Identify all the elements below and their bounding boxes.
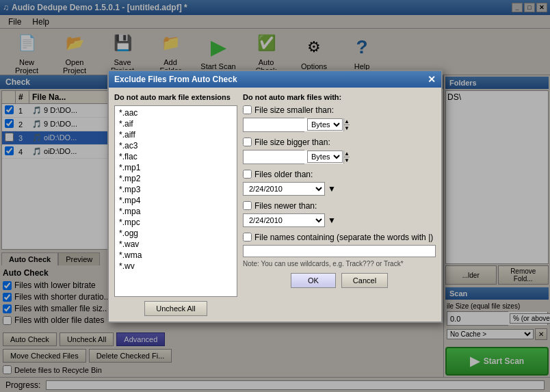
names-containing-section: File names containing (separate the word…: [243, 233, 436, 267]
older-date-dropdown-icon: ▼: [328, 184, 336, 194]
extension-item[interactable]: *.aif: [116, 118, 235, 129]
ok-button[interactable]: OK: [291, 273, 336, 288]
modal-title-bar: Exclude Files From Auto Check ✕: [109, 71, 441, 88]
size-bigger-up[interactable]: ▲: [344, 151, 350, 157]
modal-title-text: Exclude Files From Auto Check: [114, 75, 237, 84]
extension-item[interactable]: *.wma: [116, 250, 235, 261]
extension-item[interactable]: *.ac3: [116, 140, 235, 151]
newer-than-section: Files newer than: 2/24/2010 ▼: [243, 201, 436, 227]
older-date-select[interactable]: 2/24/2010: [243, 182, 325, 196]
names-containing-input[interactable]: [243, 245, 436, 257]
ext-section-title: Do not auto mark file extensions: [114, 93, 237, 101]
size-smaller-down[interactable]: ▼: [344, 125, 350, 131]
newer-date-dropdown-icon: ▼: [328, 215, 336, 225]
modal-right: Do not auto mark files with: File size s…: [243, 93, 436, 316]
newer-than-checkbox[interactable]: [243, 201, 252, 210]
size-bigger-unit[interactable]: BytesKBMB: [307, 151, 343, 163]
extension-item[interactable]: *.mp3: [116, 184, 235, 195]
size-bigger-input: 0 ▲ ▼: [243, 150, 304, 164]
extension-item[interactable]: *.mpa: [116, 206, 235, 217]
size-smaller-unit[interactable]: BytesKBMB: [307, 118, 343, 131]
extension-item[interactable]: *.aiff: [116, 129, 235, 140]
extension-item[interactable]: *.wv: [116, 261, 235, 272]
ext-uncheck-all-button[interactable]: Uncheck All: [144, 301, 207, 316]
size-smaller-checkbox[interactable]: [243, 105, 252, 114]
newer-date-select[interactable]: 2/24/2010: [243, 213, 325, 227]
size-bigger-label: File size bigger than:: [254, 138, 330, 147]
modal-left: Do not auto mark file extensions *.aac*.…: [114, 93, 237, 316]
extension-item[interactable]: *.mpc: [116, 217, 235, 228]
size-bigger-down[interactable]: ▼: [344, 157, 350, 164]
size-smaller-section: File size smaller than: 0 ▲ ▼ BytesKBMB: [243, 105, 436, 132]
extension-list[interactable]: *.aac*.aif*.aiff*.ac3*.flac*.mp1*.mp2*.m…: [114, 105, 237, 297]
extension-item[interactable]: *.mp4: [116, 195, 235, 206]
extension-item[interactable]: *.flac: [116, 151, 235, 162]
extension-item[interactable]: *.ogg: [116, 228, 235, 239]
modal-body: Do not auto mark file extensions *.aac*.…: [109, 88, 441, 322]
size-smaller-label: File size smaller than:: [254, 105, 334, 115]
names-containing-checkbox[interactable]: [243, 233, 252, 241]
size-bigger-section: File size bigger than: 0 ▲ ▼ BytesKBMB: [243, 138, 436, 164]
modal-close-button[interactable]: ✕: [428, 74, 436, 85]
size-bigger-checkbox[interactable]: [243, 138, 252, 146]
cancel-button[interactable]: Cancel: [341, 273, 388, 288]
modal-overlay: Exclude Files From Auto Check ✕ Do not a…: [0, 0, 550, 392]
extension-item[interactable]: *.mp1: [116, 162, 235, 173]
right-section-title: Do not auto mark files with:: [243, 93, 436, 101]
older-than-section: Files older than: 2/24/2010 ▼: [243, 170, 436, 196]
newer-than-label: Files newer than:: [254, 201, 317, 211]
extension-item[interactable]: *.mp2: [116, 173, 235, 184]
older-than-label: Files older than:: [254, 170, 313, 179]
older-than-checkbox[interactable]: [243, 170, 252, 179]
size-smaller-input: 0 ▲ ▼: [243, 118, 304, 132]
extension-item[interactable]: *.aac: [116, 107, 235, 118]
exclude-modal: Exclude Files From Auto Check ✕ Do not a…: [107, 70, 443, 323]
wildcard-note: Note: You can use wildcards, e.g. Track?…: [243, 260, 436, 267]
extension-item[interactable]: *.wav: [116, 239, 235, 250]
size-smaller-up[interactable]: ▲: [344, 118, 350, 125]
names-containing-label: File names containing (separate the word…: [254, 233, 433, 242]
